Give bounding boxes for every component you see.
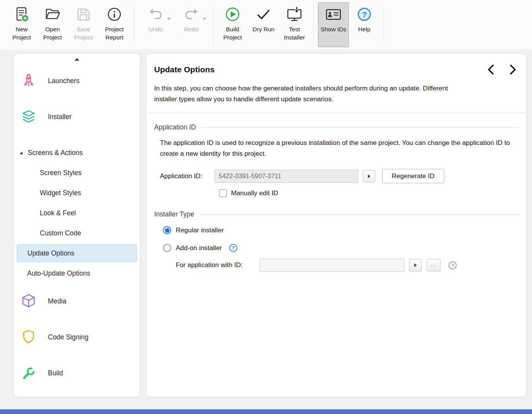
sidebar-item-look-feel[interactable]: Look & Feel [14,203,140,223]
sidebar-scroll-up[interactable] [14,55,140,63]
new-project-icon [13,6,30,23]
sidebar-item-code-signing[interactable]: Code Signing [14,319,140,355]
application-id-expand-button[interactable] [363,170,375,182]
project-report-label: Project Report [99,26,130,42]
play-circle-icon [224,6,241,23]
regular-installer-row: Regular installer [163,226,518,234]
shield-icon [20,329,37,346]
installer-type-section: Installer Type Regular installer Add-on … [154,210,518,272]
show-ids-button[interactable]: Show IDs [318,2,349,47]
application-id-section-header: Application ID [154,123,518,131]
sidebar-label-code-signing: Code Signing [48,333,88,341]
box-icon [20,293,37,310]
new-project-button[interactable]: New Project [6,2,37,47]
for-application-expand-button[interactable] [409,259,422,271]
build-project-button[interactable]: Build Project [217,2,248,47]
bottom-bar [0,409,532,414]
redo-icon [183,6,200,23]
sidebar-label-launchers: Launchers [48,77,80,85]
monitor-download-icon [286,6,303,23]
application-id-section: Application ID The application ID is use… [154,123,518,197]
new-project-label: New Project [6,26,37,42]
manually-edit-id-label: Manually edit ID [231,189,278,197]
application-id-field-label: Application ID: [160,172,214,180]
save-project-button: Save Project [68,2,99,47]
open-project-label: Open Project [37,26,68,42]
sidebar-item-auto-update-options[interactable]: Auto-Update Options [14,263,140,283]
chevron-right-icon [508,64,518,75]
undo-button: Undo [138,2,173,47]
for-application-label: For application with ID: [176,261,260,269]
save-project-label: Save Project [68,26,99,42]
checkmark-icon [255,6,272,23]
sidebar-label-installer: Installer [48,113,71,121]
sidebar-item-widget-styles[interactable]: Widget Styles [14,183,140,203]
sidebar-item-screens-actions[interactable]: Screens & Actions [14,143,140,163]
addon-installer-row: Add-on installer ? [163,244,518,252]
sidebar-label-screen-styles: Screen Styles [40,169,82,177]
rocket-icon [20,72,37,90]
build-project-label: Build Project [217,26,248,42]
redo-label: Redo [184,26,198,34]
layers-icon [20,108,37,126]
regular-installer-radio[interactable] [163,226,171,234]
svg-text:?: ? [232,245,235,251]
sidebar-label-screens-actions: Screens & Actions [28,149,83,157]
chevron-left-icon [486,64,496,75]
application-id-heading: Application ID [154,123,196,131]
toolbar-separator [384,5,384,45]
toolbar-separator [134,5,134,45]
sidebar-label-look-feel: Look & Feel [40,209,76,217]
sidebar-item-installer[interactable]: Installer [14,99,140,135]
sidebar-item-screen-styles[interactable]: Screen Styles [14,163,140,183]
svg-text:?: ? [362,10,367,19]
addon-installer-label: Add-on installer [176,244,222,252]
section-rule [201,127,518,128]
tree-expander-icon[interactable] [19,150,24,155]
next-step-button[interactable] [508,64,518,75]
application-id-row: Application ID: Regenerate ID [160,169,518,183]
test-installer-label: Test Installer [279,26,310,42]
main-panel: Update Options In this step, you can cho… [146,53,527,397]
scroll-up-arrow-icon [75,58,79,61]
installer-type-heading: Installer Type [154,210,194,218]
sidebar-item-media[interactable]: Media [14,283,140,319]
wrench-icon [20,365,37,382]
id-card-icon [325,6,342,23]
help-icon: ? [356,6,373,23]
intro-text: In this step, you can choose how the gen… [154,83,463,104]
help-button[interactable]: ? Help [349,2,380,47]
sidebar-item-update-options[interactable]: Update Options [17,244,137,262]
sidebar-item-launchers[interactable]: Launchers [14,63,140,99]
addon-help-icon[interactable]: ? [229,244,238,252]
redo-dropdown-arrow-icon [202,18,206,20]
undo-dropdown-arrow-icon [167,18,171,20]
manually-edit-id-checkbox[interactable] [219,189,227,197]
info-icon [106,6,123,23]
sidebar-item-build[interactable]: Build [14,355,140,391]
sidebar-item-custom-code[interactable]: Custom Code [14,223,140,243]
installer-type-section-header: Installer Type [154,210,518,218]
addon-installer-radio[interactable] [163,244,171,252]
regenerate-id-button[interactable]: Regenerate ID [382,169,444,183]
regular-installer-label: Regular installer [176,226,224,234]
sidebar-label-build: Build [48,369,63,377]
toolbar: New Project Open Project Save Project Pr… [0,0,532,49]
for-application-row: For application with ID: ... ? [176,259,518,272]
page-title: Update Options [154,65,214,74]
application-id-description: The application ID is used to recognize … [160,138,518,159]
sidebar-label-widget-styles: Widget Styles [40,189,81,197]
sidebar-label-custom-code: Custom Code [40,229,81,237]
help-label: Help [358,26,371,34]
for-application-help-icon[interactable]: ? [448,261,457,270]
save-icon [75,6,92,23]
show-ids-label: Show IDs [321,26,346,34]
sidebar-label-media: Media [48,297,66,305]
dry-run-button[interactable]: Dry Run [248,2,279,47]
previous-step-button[interactable] [486,64,496,75]
open-project-button[interactable]: Open Project [37,2,68,47]
project-report-button[interactable]: Project Report [99,2,130,47]
browse-application-button[interactable]: ... [427,259,440,271]
test-installer-button[interactable]: Test Installer [279,2,310,47]
triangle-right-icon [368,174,371,178]
